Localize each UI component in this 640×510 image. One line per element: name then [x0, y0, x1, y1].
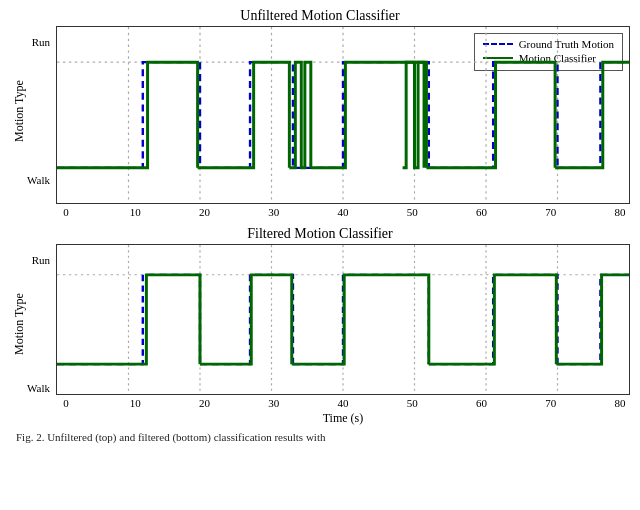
top-chart-area: Motion Type Run Walk Ground Truth Motion	[10, 26, 630, 218]
figure-caption: Fig. 2. Unfiltered (top) and filtered (b…	[10, 426, 630, 445]
bottom-y-tick-run: Run	[32, 254, 50, 266]
bottom-chart-inner: Run Walk	[56, 244, 630, 426]
top-x-ticks: 0 10 20 30 40 50 60 70 80	[56, 204, 630, 218]
top-plot-box: Ground Truth Motion Motion Classifier	[56, 26, 630, 204]
bottom-chart-area: Motion Type Run Walk	[10, 244, 630, 426]
top-y-tick-run: Run	[32, 36, 50, 48]
top-chart-inner: Run Walk Ground Truth Motion Motion Clas…	[56, 26, 630, 218]
bottom-chart-svg	[57, 245, 629, 394]
top-y-ticks: Run Walk	[16, 26, 54, 196]
top-y-tick-walk: Walk	[27, 174, 50, 186]
top-chart: Unfiltered Motion Classifier Motion Type…	[10, 8, 630, 218]
bottom-chart-title: Filtered Motion Classifier	[10, 226, 630, 242]
x-axis-label: Time (s)	[56, 411, 630, 426]
bottom-y-tick-walk: Walk	[27, 382, 50, 394]
page-container: Unfiltered Motion Classifier Motion Type…	[0, 0, 640, 510]
bottom-plot-box	[56, 244, 630, 395]
top-chart-svg	[57, 27, 629, 203]
top-chart-title: Unfiltered Motion Classifier	[10, 8, 630, 24]
bottom-x-ticks: 0 10 20 30 40 50 60 70 80	[56, 395, 630, 409]
bottom-chart: Filtered Motion Classifier Motion Type R…	[10, 226, 630, 426]
bottom-y-ticks: Run Walk	[16, 244, 54, 404]
caption-text: Fig. 2. Unfiltered (top) and filtered (b…	[16, 431, 325, 443]
